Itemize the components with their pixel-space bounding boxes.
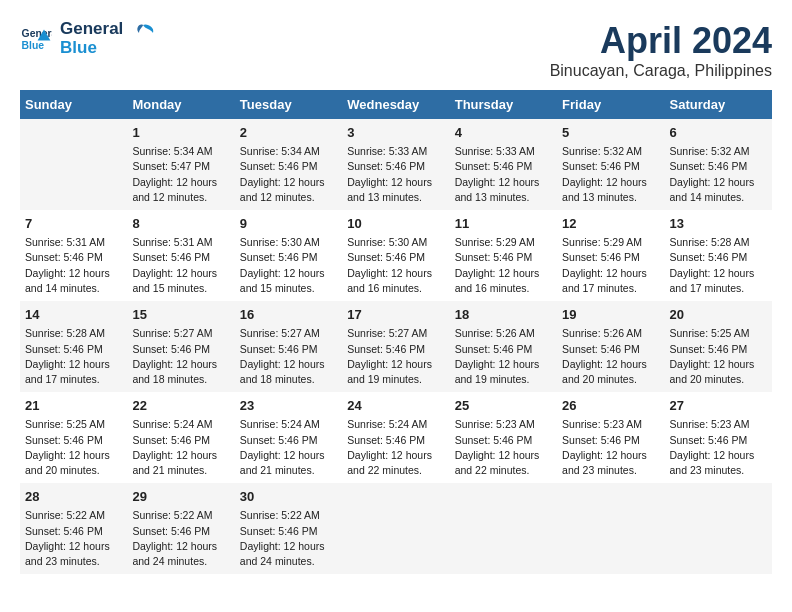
- main-title: April 2024: [550, 20, 772, 62]
- calendar-cell: 26Sunrise: 5:23 AMSunset: 5:46 PMDayligh…: [557, 392, 664, 483]
- calendar-cell: 9Sunrise: 5:30 AMSunset: 5:46 PMDaylight…: [235, 210, 342, 301]
- calendar-cell: 30Sunrise: 5:22 AMSunset: 5:46 PMDayligh…: [235, 483, 342, 574]
- day-info: Sunrise: 5:22 AMSunset: 5:46 PMDaylight:…: [132, 508, 229, 569]
- calendar-cell: 28Sunrise: 5:22 AMSunset: 5:46 PMDayligh…: [20, 483, 127, 574]
- calendar-cell: 22Sunrise: 5:24 AMSunset: 5:46 PMDayligh…: [127, 392, 234, 483]
- calendar-cell: 10Sunrise: 5:30 AMSunset: 5:46 PMDayligh…: [342, 210, 449, 301]
- logo-icon: General Blue: [20, 23, 52, 55]
- header-cell-thursday: Thursday: [450, 90, 557, 119]
- svg-text:Blue: Blue: [22, 39, 45, 50]
- day-info: Sunrise: 5:25 AMSunset: 5:46 PMDaylight:…: [670, 326, 767, 387]
- day-number: 7: [25, 215, 122, 233]
- calendar-cell: 18Sunrise: 5:26 AMSunset: 5:46 PMDayligh…: [450, 301, 557, 392]
- day-info: Sunrise: 5:23 AMSunset: 5:46 PMDaylight:…: [562, 417, 659, 478]
- calendar-table: SundayMondayTuesdayWednesdayThursdayFrid…: [20, 90, 772, 574]
- calendar-cell: 20Sunrise: 5:25 AMSunset: 5:46 PMDayligh…: [665, 301, 772, 392]
- day-number: 12: [562, 215, 659, 233]
- day-number: 4: [455, 124, 552, 142]
- day-info: Sunrise: 5:33 AMSunset: 5:46 PMDaylight:…: [455, 144, 552, 205]
- header-cell-wednesday: Wednesday: [342, 90, 449, 119]
- calendar-cell: 4Sunrise: 5:33 AMSunset: 5:46 PMDaylight…: [450, 119, 557, 210]
- day-info: Sunrise: 5:29 AMSunset: 5:46 PMDaylight:…: [455, 235, 552, 296]
- day-number: 5: [562, 124, 659, 142]
- calendar-cell: 25Sunrise: 5:23 AMSunset: 5:46 PMDayligh…: [450, 392, 557, 483]
- calendar-cell: 6Sunrise: 5:32 AMSunset: 5:46 PMDaylight…: [665, 119, 772, 210]
- day-info: Sunrise: 5:34 AMSunset: 5:47 PMDaylight:…: [132, 144, 229, 205]
- calendar-cell: 1Sunrise: 5:34 AMSunset: 5:47 PMDaylight…: [127, 119, 234, 210]
- day-info: Sunrise: 5:25 AMSunset: 5:46 PMDaylight:…: [25, 417, 122, 478]
- header-row: SundayMondayTuesdayWednesdayThursdayFrid…: [20, 90, 772, 119]
- day-info: Sunrise: 5:34 AMSunset: 5:46 PMDaylight:…: [240, 144, 337, 205]
- day-number: 1: [132, 124, 229, 142]
- day-info: Sunrise: 5:22 AMSunset: 5:46 PMDaylight:…: [240, 508, 337, 569]
- calendar-cell: [342, 483, 449, 574]
- week-row-2: 14Sunrise: 5:28 AMSunset: 5:46 PMDayligh…: [20, 301, 772, 392]
- day-number: 17: [347, 306, 444, 324]
- day-number: 14: [25, 306, 122, 324]
- day-number: 21: [25, 397, 122, 415]
- calendar-cell: 2Sunrise: 5:34 AMSunset: 5:46 PMDaylight…: [235, 119, 342, 210]
- day-number: 23: [240, 397, 337, 415]
- calendar-cell: [20, 119, 127, 210]
- header: General Blue General Blue April 2024 Bin…: [20, 20, 772, 80]
- calendar-cell: 19Sunrise: 5:26 AMSunset: 5:46 PMDayligh…: [557, 301, 664, 392]
- day-info: Sunrise: 5:31 AMSunset: 5:46 PMDaylight:…: [132, 235, 229, 296]
- header-cell-saturday: Saturday: [665, 90, 772, 119]
- day-info: Sunrise: 5:29 AMSunset: 5:46 PMDaylight:…: [562, 235, 659, 296]
- logo-blue: Blue: [60, 39, 123, 58]
- day-info: Sunrise: 5:30 AMSunset: 5:46 PMDaylight:…: [240, 235, 337, 296]
- week-row-4: 28Sunrise: 5:22 AMSunset: 5:46 PMDayligh…: [20, 483, 772, 574]
- subtitle: Binucayan, Caraga, Philippines: [550, 62, 772, 80]
- day-info: Sunrise: 5:33 AMSunset: 5:46 PMDaylight:…: [347, 144, 444, 205]
- day-info: Sunrise: 5:26 AMSunset: 5:46 PMDaylight:…: [562, 326, 659, 387]
- day-number: 22: [132, 397, 229, 415]
- day-info: Sunrise: 5:23 AMSunset: 5:46 PMDaylight:…: [455, 417, 552, 478]
- calendar-cell: 3Sunrise: 5:33 AMSunset: 5:46 PMDaylight…: [342, 119, 449, 210]
- header-cell-friday: Friday: [557, 90, 664, 119]
- calendar-cell: 29Sunrise: 5:22 AMSunset: 5:46 PMDayligh…: [127, 483, 234, 574]
- week-row-0: 1Sunrise: 5:34 AMSunset: 5:47 PMDaylight…: [20, 119, 772, 210]
- day-info: Sunrise: 5:27 AMSunset: 5:46 PMDaylight:…: [240, 326, 337, 387]
- day-info: Sunrise: 5:22 AMSunset: 5:46 PMDaylight:…: [25, 508, 122, 569]
- day-number: 30: [240, 488, 337, 506]
- calendar-cell: 23Sunrise: 5:24 AMSunset: 5:46 PMDayligh…: [235, 392, 342, 483]
- day-number: 18: [455, 306, 552, 324]
- calendar-cell: 14Sunrise: 5:28 AMSunset: 5:46 PMDayligh…: [20, 301, 127, 392]
- calendar-cell: 16Sunrise: 5:27 AMSunset: 5:46 PMDayligh…: [235, 301, 342, 392]
- week-row-1: 7Sunrise: 5:31 AMSunset: 5:46 PMDaylight…: [20, 210, 772, 301]
- logo-bird-icon: [129, 21, 157, 49]
- week-row-3: 21Sunrise: 5:25 AMSunset: 5:46 PMDayligh…: [20, 392, 772, 483]
- day-number: 24: [347, 397, 444, 415]
- calendar-cell: [450, 483, 557, 574]
- day-number: 25: [455, 397, 552, 415]
- day-info: Sunrise: 5:24 AMSunset: 5:46 PMDaylight:…: [132, 417, 229, 478]
- day-number: 20: [670, 306, 767, 324]
- day-info: Sunrise: 5:31 AMSunset: 5:46 PMDaylight:…: [25, 235, 122, 296]
- day-number: 13: [670, 215, 767, 233]
- calendar-cell: [665, 483, 772, 574]
- day-number: 11: [455, 215, 552, 233]
- header-cell-tuesday: Tuesday: [235, 90, 342, 119]
- day-number: 27: [670, 397, 767, 415]
- calendar-cell: 5Sunrise: 5:32 AMSunset: 5:46 PMDaylight…: [557, 119, 664, 210]
- day-number: 6: [670, 124, 767, 142]
- day-info: Sunrise: 5:32 AMSunset: 5:46 PMDaylight:…: [562, 144, 659, 205]
- day-info: Sunrise: 5:30 AMSunset: 5:46 PMDaylight:…: [347, 235, 444, 296]
- title-section: April 2024 Binucayan, Caraga, Philippine…: [550, 20, 772, 80]
- day-number: 9: [240, 215, 337, 233]
- calendar-cell: 8Sunrise: 5:31 AMSunset: 5:46 PMDaylight…: [127, 210, 234, 301]
- day-info: Sunrise: 5:23 AMSunset: 5:46 PMDaylight:…: [670, 417, 767, 478]
- day-number: 19: [562, 306, 659, 324]
- calendar-cell: 27Sunrise: 5:23 AMSunset: 5:46 PMDayligh…: [665, 392, 772, 483]
- day-info: Sunrise: 5:28 AMSunset: 5:46 PMDaylight:…: [670, 235, 767, 296]
- calendar-cell: 17Sunrise: 5:27 AMSunset: 5:46 PMDayligh…: [342, 301, 449, 392]
- calendar-cell: 11Sunrise: 5:29 AMSunset: 5:46 PMDayligh…: [450, 210, 557, 301]
- day-info: Sunrise: 5:26 AMSunset: 5:46 PMDaylight:…: [455, 326, 552, 387]
- day-number: 3: [347, 124, 444, 142]
- day-number: 10: [347, 215, 444, 233]
- logo-general: General: [60, 20, 123, 39]
- day-number: 8: [132, 215, 229, 233]
- calendar-cell: [557, 483, 664, 574]
- calendar-cell: 24Sunrise: 5:24 AMSunset: 5:46 PMDayligh…: [342, 392, 449, 483]
- day-number: 15: [132, 306, 229, 324]
